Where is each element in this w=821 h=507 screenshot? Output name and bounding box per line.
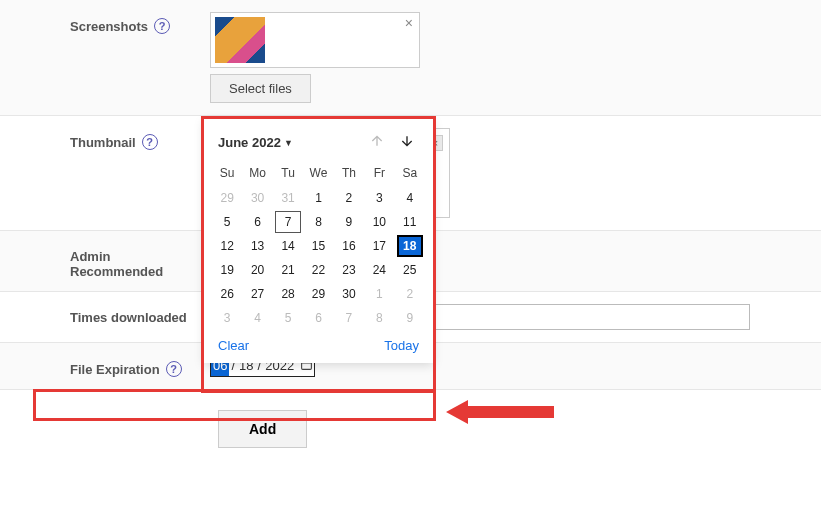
calendar-day[interactable]: 11: [397, 211, 423, 233]
calendar-dow: We: [303, 162, 333, 186]
calendar-day[interactable]: 28: [275, 283, 301, 305]
help-icon[interactable]: ?: [142, 134, 158, 150]
calendar-day[interactable]: 9: [397, 307, 423, 329]
add-row: Add: [0, 390, 821, 460]
calendar-day-today[interactable]: 7: [275, 211, 301, 233]
remove-screenshot-icon[interactable]: ×: [405, 15, 413, 31]
calendar-dow: Mo: [242, 162, 272, 186]
select-files-button[interactable]: Select files: [210, 74, 311, 103]
calendar-day[interactable]: 2: [397, 283, 423, 305]
file-expiration-label: File Expiration: [70, 362, 160, 377]
calendar-day[interactable]: 24: [366, 259, 392, 281]
calendar-month-selector[interactable]: June 2022 ▼: [218, 135, 369, 150]
screenshots-label: Screenshots: [70, 19, 148, 34]
calendar-day[interactable]: 29: [214, 187, 240, 209]
calendar-day[interactable]: 26: [214, 283, 240, 305]
screenshots-label-col: Screenshots ?: [0, 12, 210, 34]
times-downloaded-label: Times downloaded: [70, 310, 187, 325]
calendar-day[interactable]: 29: [305, 283, 331, 305]
file-expiration-label-col: File Expiration ?: [0, 355, 210, 377]
calendar-day[interactable]: 27: [245, 283, 271, 305]
calendar-day[interactable]: 13: [245, 235, 271, 257]
calendar-day[interactable]: 31: [275, 187, 301, 209]
calendar-day[interactable]: 30: [245, 187, 271, 209]
calendar-day[interactable]: 21: [275, 259, 301, 281]
calendar-day[interactable]: 6: [245, 211, 271, 233]
calendar-day[interactable]: 25: [397, 259, 423, 281]
admin-recommended-label-line1: Admin: [70, 249, 210, 264]
admin-recommended-label-col: Admin Recommended: [0, 243, 210, 279]
thumbnail-label: Thumbnail: [70, 135, 136, 150]
calendar-day[interactable]: 23: [336, 259, 362, 281]
calendar-day[interactable]: 4: [245, 307, 271, 329]
calendar-day[interactable]: 14: [275, 235, 301, 257]
help-icon[interactable]: ?: [166, 361, 182, 377]
calendar-day[interactable]: 3: [366, 187, 392, 209]
calendar-day[interactable]: 6: [305, 307, 331, 329]
screenshot-thumbnail-box: ×: [210, 12, 420, 68]
date-picker-popup: June 2022 ▼ SuMoTuWeThFrSa29303112345678…: [204, 119, 433, 363]
calendar-day[interactable]: 4: [397, 187, 423, 209]
calendar-day[interactable]: 2: [336, 187, 362, 209]
calendar-day[interactable]: 1: [366, 283, 392, 305]
calendar-day[interactable]: 20: [245, 259, 271, 281]
admin-recommended-label-line2: Recommended: [70, 264, 210, 279]
calendar-day[interactable]: 7: [336, 307, 362, 329]
help-icon[interactable]: ?: [154, 18, 170, 34]
calendar-dow: Tu: [273, 162, 303, 186]
calendar-day[interactable]: 8: [366, 307, 392, 329]
screenshots-row: Screenshots ? × Select files: [0, 0, 821, 116]
calendar-dow: Sa: [395, 162, 425, 186]
calendar-day[interactable]: 8: [305, 211, 331, 233]
thumbnail-label-col: Thumbnail ?: [0, 128, 210, 150]
calendar-day[interactable]: 1: [305, 187, 331, 209]
calendar-day[interactable]: 12: [214, 235, 240, 257]
calendar-title: June 2022: [218, 135, 281, 150]
calendar-day[interactable]: 5: [275, 307, 301, 329]
calendar-today-link[interactable]: Today: [384, 338, 419, 353]
calendar-day[interactable]: 3: [214, 307, 240, 329]
calendar-day[interactable]: 15: [305, 235, 331, 257]
times-downloaded-label-col: Times downloaded: [0, 304, 210, 325]
calendar-day[interactable]: 9: [336, 211, 362, 233]
calendar-day[interactable]: 19: [214, 259, 240, 281]
calendar-day[interactable]: 10: [366, 211, 392, 233]
next-month-icon[interactable]: [399, 133, 415, 152]
calendar-day[interactable]: 5: [214, 211, 240, 233]
screenshot-thumbnail-image: [215, 17, 265, 63]
caret-down-icon: ▼: [284, 138, 293, 148]
calendar-day-selected[interactable]: 18: [397, 235, 423, 257]
calendar-day[interactable]: 16: [336, 235, 362, 257]
calendar-day[interactable]: 17: [366, 235, 392, 257]
calendar-dow: Fr: [364, 162, 394, 186]
calendar-day[interactable]: 22: [305, 259, 331, 281]
prev-month-icon[interactable]: [369, 133, 385, 152]
calendar-day[interactable]: 30: [336, 283, 362, 305]
calendar-clear-link[interactable]: Clear: [218, 338, 249, 353]
calendar-dow: Su: [212, 162, 242, 186]
add-button[interactable]: Add: [218, 410, 307, 448]
calendar-dow: Th: [334, 162, 364, 186]
calendar-grid: SuMoTuWeThFrSa29303112345678910111213141…: [212, 162, 425, 330]
